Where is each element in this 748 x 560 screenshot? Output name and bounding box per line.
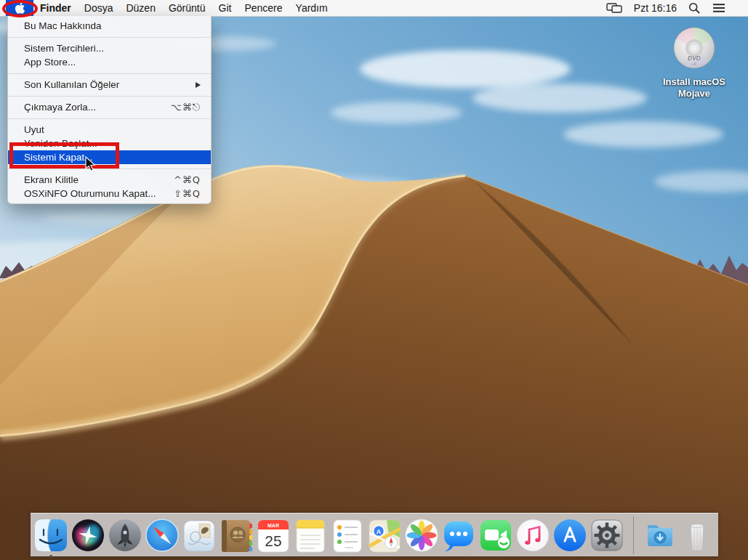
notes-icon[interactable] <box>292 517 329 553</box>
reminders-icon[interactable] <box>329 517 366 553</box>
menu-item-label: App Store... <box>24 57 201 68</box>
menu-item-force-quit[interactable]: Çıkmaya Zorla... ⌥⌘⎋ <box>8 100 211 114</box>
menubar-item-git[interactable]: Git <box>212 0 238 16</box>
dock-separator <box>633 516 634 554</box>
safari-icon[interactable] <box>144 517 180 553</box>
desktop-screen: Finder Dosya Düzen Görüntü Git Pencere Y… <box>0 0 748 560</box>
launchpad-icon[interactable] <box>107 517 143 553</box>
menu-item-label: Bu Mac Hakkında <box>24 20 201 31</box>
mouse-cursor <box>85 156 97 172</box>
menu-separator <box>8 96 211 97</box>
menubar-item-finder[interactable]: Finder <box>33 0 78 16</box>
menu-item-label: Ekranı Kilitle <box>24 174 174 185</box>
dvd-subtext: +R <box>692 62 697 66</box>
menu-item-shortcut: ^⌘Q <box>174 174 201 185</box>
photos-icon[interactable] <box>403 517 440 553</box>
menu-item-label: Uyut <box>24 124 201 135</box>
submenu-arrow-icon <box>196 82 201 88</box>
finder-icon[interactable] <box>33 517 69 553</box>
downloads-icon[interactable] <box>642 517 678 553</box>
menu-item-recent-items[interactable]: Son Kullanılan Öğeler <box>8 78 211 92</box>
menu-item-label: Çıkmaya Zorla... <box>24 102 171 113</box>
menu-item-shortcut: ⇧⌘Q <box>174 188 201 199</box>
dock: MAR 25 <box>31 513 718 556</box>
svg-text:A: A <box>377 527 382 535</box>
annotation-rect-shut-down <box>9 142 119 169</box>
dvd-disc-icon: DVD +R <box>670 26 718 74</box>
calendar-icon[interactable]: MAR 25 <box>255 517 291 553</box>
menu-item-lock-screen[interactable]: Ekranı Kilitle ^⌘Q <box>8 173 211 187</box>
menu-separator <box>8 37 211 38</box>
menu-item-app-store[interactable]: App Store... <box>8 55 211 69</box>
notification-center-icon[interactable] <box>712 2 726 14</box>
menu-item-log-out[interactable]: OSXiNFO Oturumunu Kapat... ⇧⌘Q <box>8 187 211 200</box>
menu-item-sleep[interactable]: Uyut <box>8 123 211 137</box>
menubar-clock[interactable]: Pzt 16:16 <box>634 2 677 14</box>
calendar-month: MAR <box>268 523 279 528</box>
system-preferences-icon[interactable] <box>589 517 625 553</box>
menubar-item-dosya[interactable]: Dosya <box>78 0 120 16</box>
menu-separator <box>8 73 211 74</box>
dvd-text: DVD <box>688 54 701 62</box>
app-store-icon[interactable] <box>552 517 588 553</box>
volume-label: Install macOS Mojave <box>649 76 739 100</box>
apple-menu-dropdown: Bu Mac Hakkında Sistem Tercihleri... App… <box>7 16 212 204</box>
display-mirroring-icon[interactable] <box>606 3 622 14</box>
menu-item-shortcut: ⌥⌘⎋ <box>171 102 201 113</box>
menubar-item-yardim[interactable]: Yardım <box>289 0 334 16</box>
menu-separator <box>8 118 211 119</box>
menu-item-system-preferences[interactable]: Sistem Tercihleri... <box>8 41 211 55</box>
messages-icon[interactable] <box>441 517 477 553</box>
annotation-ellipse-apple-menu <box>2 0 38 17</box>
itunes-icon[interactable] <box>515 517 551 553</box>
calendar-day: 25 <box>265 532 281 549</box>
facetime-icon[interactable] <box>478 517 514 553</box>
spotlight-search-icon[interactable] <box>688 2 700 14</box>
contacts-icon[interactable] <box>218 517 254 553</box>
menubar-item-pencere[interactable]: Pencere <box>238 0 289 16</box>
trash-icon[interactable] <box>679 517 715 553</box>
install-macos-mojave-volume[interactable]: DVD +R Install macOS Mojave <box>649 26 739 100</box>
menu-item-label: OSXiNFO Oturumunu Kapat... <box>24 188 174 199</box>
menu-bar: Finder Dosya Düzen Görüntü Git Pencere Y… <box>0 0 748 17</box>
running-indicator <box>49 555 52 558</box>
menu-item-about-this-mac[interactable]: Bu Mac Hakkında <box>8 19 211 33</box>
menu-item-label: Son Kullanılan Öğeler <box>24 79 196 90</box>
mail-icon[interactable] <box>181 517 217 553</box>
menubar-item-duzen[interactable]: Düzen <box>119 0 161 16</box>
menu-item-label: Sistem Tercihleri... <box>24 43 201 54</box>
menubar-item-goruntu[interactable]: Görüntü <box>162 0 212 16</box>
maps-icon[interactable]: A <box>366 517 403 553</box>
siri-icon[interactable] <box>70 517 106 553</box>
